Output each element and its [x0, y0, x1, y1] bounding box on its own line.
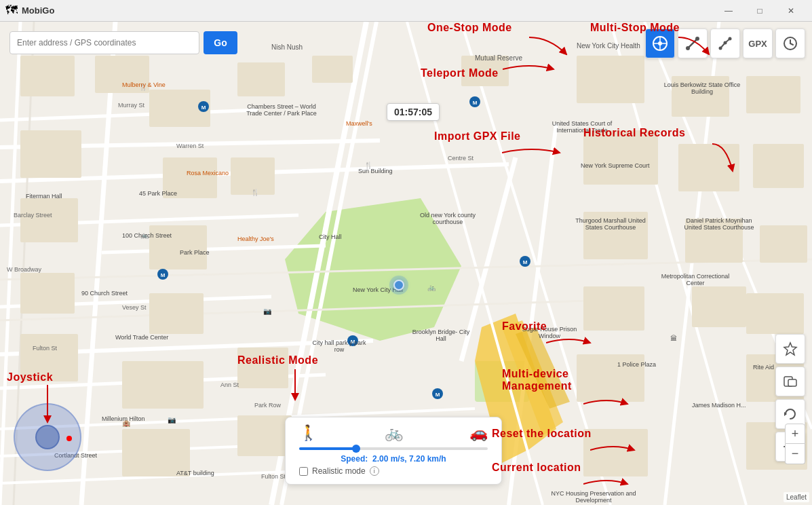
joystick-position-dot: [66, 436, 72, 441]
svg-text:M: M: [436, 392, 440, 398]
history-button[interactable]: [775, 29, 805, 58]
multi-stop-mode-button[interactable]: [710, 29, 740, 58]
svg-text:📷: 📷: [263, 307, 272, 316]
timer-display: 01:57:05: [387, 103, 440, 121]
realistic-mode-label: Realistic mode: [312, 466, 366, 476]
joystick-inner[interactable]: [35, 425, 60, 449]
title-bar: 🗺 MobiGo — □ ✕: [0, 0, 812, 22]
speed-number: 2.00 m/s, 7.20 km/h: [372, 454, 446, 464]
svg-point-94: [724, 41, 727, 45]
svg-text:📷: 📷: [168, 415, 176, 424]
speed-slider-container: [299, 447, 488, 450]
speed-panel: 🚶 🚲 🚗 Speed: 2.00 m/s, 7.20 km/h Realist…: [285, 417, 502, 485]
svg-text:M: M: [523, 259, 528, 265]
app-icon: 🗺: [5, 3, 18, 18]
svg-rect-35: [20, 273, 75, 314]
realistic-mode-checkbox[interactable]: [299, 467, 308, 476]
leaflet-attribution: Leaflet: [784, 492, 809, 502]
one-stop-mode-button[interactable]: [678, 29, 708, 58]
speed-mode-selector: 🚶 🚲 🚗: [299, 424, 488, 442]
svg-rect-54: [692, 286, 746, 327]
svg-text:M: M: [161, 272, 166, 278]
svg-rect-56: [753, 144, 804, 188]
svg-point-89: [686, 46, 690, 50]
svg-rect-58: [746, 293, 804, 334]
realistic-mode-container: Realistic mode i: [299, 466, 488, 476]
zoom-out-button[interactable]: −: [785, 444, 805, 464]
speed-slider-fill: [299, 447, 355, 450]
svg-text:🍴: 🍴: [251, 188, 260, 197]
svg-text:🏛: 🏛: [670, 335, 677, 342]
bike-mode-button[interactable]: 🚲: [385, 424, 403, 442]
favorite-button[interactable]: [775, 334, 805, 364]
svg-text:🍴: 🍴: [139, 83, 148, 92]
svg-text:M: M: [351, 339, 355, 345]
svg-text:🏨: 🏨: [122, 419, 131, 428]
svg-rect-53: [685, 219, 743, 263]
multi-device-button[interactable]: [775, 367, 805, 396]
svg-rect-63: [312, 56, 353, 83]
speed-value-display: Speed: 2.00 m/s, 7.20 km/h: [299, 454, 488, 464]
minimize-button[interactable]: —: [713, 0, 744, 22]
close-button[interactable]: ✕: [775, 0, 807, 22]
svg-rect-42: [122, 429, 190, 476]
location-marker: [393, 280, 404, 291]
map-container: M M M M M M 🚲 🚲 🍴 🍴 🍴 📷 📷 🏛 🏨 Nish Nush …: [0, 22, 812, 505]
speed-slider[interactable]: [299, 447, 488, 450]
svg-rect-39: [149, 225, 207, 269]
svg-rect-48: [583, 130, 658, 185]
zoom-controls: + −: [785, 424, 805, 464]
svg-rect-62: [583, 429, 648, 476]
zoom-in-button[interactable]: +: [785, 424, 805, 444]
gpx-button[interactable]: GPX: [743, 29, 773, 58]
svg-rect-38: [163, 157, 217, 198]
svg-rect-64: [461, 56, 509, 86]
svg-point-90: [695, 37, 699, 41]
svg-marker-99: [784, 343, 796, 355]
search-bar: Go: [9, 31, 237, 54]
svg-rect-33: [20, 130, 81, 178]
svg-text:🍴: 🍴: [364, 161, 373, 170]
svg-text:M: M: [473, 100, 478, 106]
search-input[interactable]: [9, 31, 199, 54]
svg-rect-61: [577, 354, 644, 402]
svg-rect-46: [237, 415, 292, 456]
svg-text:M: M: [201, 105, 206, 111]
top-toolbar: GPX: [645, 29, 805, 58]
svg-rect-47: [577, 56, 644, 103]
svg-text:🚲: 🚲: [427, 283, 436, 292]
svg-line-98: [790, 43, 793, 45]
svg-rect-57: [760, 225, 807, 263]
teleport-mode-button[interactable]: [645, 29, 675, 58]
svg-rect-50: [583, 286, 644, 331]
svg-rect-49: [583, 212, 648, 259]
speed-slider-thumb[interactable]: [352, 445, 360, 453]
realistic-mode-info-icon[interactable]: i: [370, 466, 379, 476]
svg-point-95: [729, 37, 732, 41]
svg-rect-36: [20, 334, 78, 381]
svg-rect-31: [20, 56, 75, 96]
svg-rect-52: [678, 144, 739, 191]
svg-rect-101: [788, 379, 796, 386]
car-mode-button[interactable]: 🚗: [469, 424, 488, 442]
svg-rect-55: [746, 76, 800, 113]
app-title: MobiGo: [22, 5, 713, 16]
svg-rect-43: [237, 62, 285, 96]
svg-rect-45: [237, 348, 288, 388]
go-button[interactable]: Go: [204, 31, 237, 54]
maximize-button[interactable]: □: [744, 0, 775, 22]
svg-rect-51: [672, 76, 729, 117]
svg-text:🚲: 🚲: [140, 231, 149, 240]
svg-rect-41: [122, 361, 204, 409]
svg-point-93: [719, 47, 722, 50]
svg-rect-34: [20, 198, 78, 242]
walk-mode-button[interactable]: 🚶: [299, 424, 317, 442]
svg-rect-40: [149, 293, 204, 334]
svg-point-87: [658, 41, 662, 45]
